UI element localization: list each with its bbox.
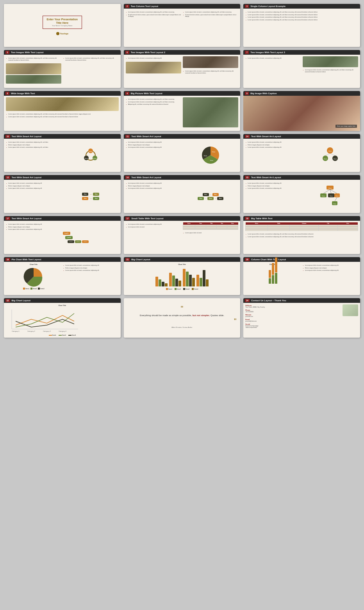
slide-number: 10 (5, 135, 10, 138)
slide-21: 20 Column Chart With Text Layout Chart T… (243, 257, 360, 295)
slide-header: 24 Contact Us Layout – Thank You (243, 298, 360, 303)
text-list: Lorem ipsum dolor sit amet, consectetuer… (126, 56, 181, 61)
level3: Level 3 Level 3 Level 3 (68, 240, 88, 243)
legend: Series1 Series2 Series3 (6, 335, 119, 336)
title-line2: Title Here (47, 21, 78, 25)
svg-line-14 (330, 154, 335, 156)
bar (189, 275, 192, 286)
slide-header: 6 Two Images With Text Layout 2 (124, 50, 241, 55)
chart-section: Chart Title Series1 Series2 Series3 (6, 263, 61, 293)
list-item: Lorem ipsum dolor sit amet, consectetuer… (183, 70, 238, 74)
text-list: Lorem ipsum dolor sit amet, consectetuer… (6, 112, 119, 119)
legend-color-2 (175, 288, 177, 290)
level3-box3: Level 3 (82, 240, 88, 243)
legend-2: Series2 (175, 288, 181, 290)
slide-23: " Everything should be made as simple as… (124, 298, 241, 338)
level2: Level 2 (65, 236, 72, 239)
slide-title: Two Images With Text Layout 2 (131, 51, 165, 54)
slide-number: 2 (125, 5, 129, 8)
legend-1: Series1 (166, 288, 172, 290)
slide-19: 19 Pie Chart With Text Layout Chart Titl… (4, 257, 121, 295)
table-section: Enter Your Title Text Here (183, 222, 238, 252)
image-2 (6, 75, 61, 84)
line-chart-svg: Category 1 Category 2 Category 3 Categor… (6, 308, 80, 333)
box5: Here (217, 197, 223, 200)
col-group-2 (272, 263, 274, 284)
left-section: Lorem ipsum dolor sit amet, consectetuer… (6, 56, 61, 86)
contact-details: Address Your Street, #A1A, City, Country… (245, 304, 341, 335)
slide-number: 20 (245, 258, 250, 261)
svg-text:Here: Here (89, 150, 93, 152)
slide-title: Big Image With Caption (250, 92, 277, 95)
legend-line-3 (68, 335, 71, 336)
box-here-3: Here (82, 197, 88, 200)
text-list-2: Lorem ipsum dolor sit amet, consectetuer… (63, 56, 118, 62)
slide-body: Chart Title (243, 262, 360, 295)
list-item: Lorem ipsum dolor sit amet, consectetuer… (245, 57, 301, 60)
quote-text: Everything should be made as simple as p… (140, 314, 224, 317)
list-item: Lorem ipsum dolor sit amet, consectetuer… (245, 236, 358, 238)
image-1 (126, 62, 181, 73)
slide-header: 3 Single Column Layout Example (243, 4, 360, 9)
slide-body: Lorem ipsum dolor sit amet, consectetuer… (124, 55, 241, 88)
slide-title: Two Images With Text Layout (11, 51, 43, 54)
slide-title: Small Table With Text Layout (131, 217, 163, 220)
category-1 (155, 277, 168, 286)
close-quote-icon: " (234, 318, 236, 325)
list-item: Lorem ipsum dolor sit amet, consectetuer… (6, 146, 61, 149)
box2: Here (212, 193, 219, 196)
slide-body: Lorem ipsum dolor sit amet, consectetuer… (4, 180, 121, 213)
slide-number: 7 (245, 51, 249, 54)
slide-title: Text With Smart Art Layout (251, 176, 281, 179)
image-1 (303, 56, 358, 67)
list-item: Lorem ipsum dolor sit amet, consectetuer… (126, 187, 181, 190)
bar (162, 282, 164, 286)
slide-number: 13 (5, 176, 10, 179)
list-item: Lorem ipsum dolor sit amet, consectetuer… (126, 146, 181, 149)
logo-area: Yourlogo (56, 32, 69, 35)
slide-header: 14 Text With Smart Art Layout (124, 175, 241, 180)
slide-number: 4 (125, 92, 129, 95)
slide-number: 14 (125, 176, 130, 179)
text-section: Lorem ipsum dolor sit amet, consectetuer… (126, 97, 181, 127)
list-item: Lorem ipsum dolor sit amet (183, 232, 238, 234)
text-list: Lorem ipsum dolor sit amet, consectetuer… (6, 56, 61, 62)
slide-number: 21 (125, 258, 130, 261)
slide-title: Column Chart With Text Layout (251, 258, 286, 261)
bar-chart (126, 267, 239, 288)
slide-title: Pie Chart With Text Layout (12, 258, 41, 261)
svg-text:Here: Here (203, 155, 207, 157)
image-2 (183, 56, 238, 68)
logo-text: Yourlogo (60, 32, 69, 35)
social-section: Social Facebook.com/yourpage Twitter.com… (245, 323, 341, 328)
slide-9: 9 Big Image With Caption Enter your imag… (243, 91, 360, 131)
slide-body: Lorem ipsum dolor sit amet, consectetuer… (243, 9, 360, 42)
svg-text:Category 2: Category 2 (27, 330, 35, 332)
bar (269, 270, 271, 278)
slide-body: Chart Title (124, 262, 241, 295)
big-image (183, 97, 238, 127)
slide-title: Single Column Layout Example (250, 5, 285, 7)
chart-title: Chart Title (6, 304, 119, 306)
level2-box: Level 2 (65, 236, 72, 239)
svg-line-23 (323, 190, 330, 193)
text-list: Lorem ipsum dolor sit amet, consectetuer… (245, 181, 301, 191)
slide-body: Lorem ipsum dolor sit amet, consectetuer… (243, 55, 360, 88)
slide-number: 15 (245, 176, 250, 179)
left-section: Lorem ipsum dolor sit amet, consectetuer… (245, 56, 301, 86)
slide-number: 8 (5, 92, 9, 95)
slide-7: 8 Wide Image With Text Lorem ipsum dolor… (4, 91, 121, 131)
bar (272, 263, 274, 275)
right-section: Lorem ipsum dolor sit amet, consectetuer… (63, 56, 118, 86)
slide-body: Address Your Street, #A1A, City, Country… (243, 303, 360, 336)
bar (275, 273, 277, 284)
text-list: Lorem ipsum dolor sit amet, consectetuer… (245, 56, 301, 61)
list-item: Lorem ipsum dolor sit amet, consectetuer… (63, 269, 118, 272)
svg-text:Here: Here (85, 157, 88, 159)
text-section: Lorem ipsum dolor sit amet, consectetuer… (126, 222, 181, 252)
box4: Here (207, 197, 214, 200)
quote-bold: but not simpler. (193, 314, 210, 317)
text-list: Lorem ipsum dolor sit amet, consectetuer… (245, 140, 301, 150)
slide-title: Text With Smart Art Layout (12, 176, 42, 179)
slide-number: 14 (245, 135, 250, 138)
